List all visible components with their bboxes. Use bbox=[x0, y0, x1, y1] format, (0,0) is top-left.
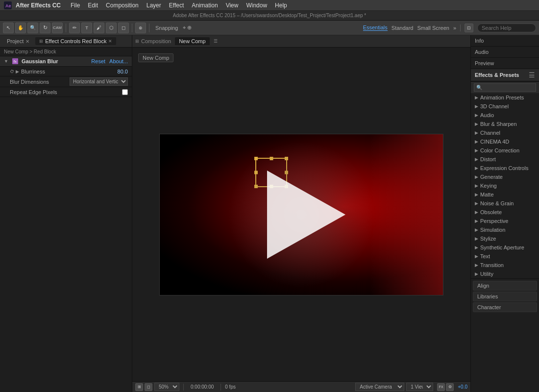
handle-mr[interactable] bbox=[285, 171, 288, 174]
ep-item-distort[interactable]: ▶Distort bbox=[471, 155, 539, 164]
ep-item-matte[interactable]: ▶Matte bbox=[471, 190, 539, 199]
full-screen-icon[interactable]: ⊡ bbox=[465, 24, 473, 32]
effects-presets-menu-icon[interactable]: ☰ bbox=[529, 71, 535, 79]
tool-hand[interactable]: ✋ bbox=[15, 23, 26, 33]
tool-paint[interactable]: 🖌 bbox=[94, 23, 104, 33]
effect-twirl[interactable]: ▼ bbox=[4, 59, 8, 64]
tool-zoom[interactable]: 🔍 bbox=[27, 23, 38, 33]
zoom-select[interactable]: 50% bbox=[154, 383, 179, 391]
tool-cam[interactable]: CAM bbox=[52, 23, 63, 33]
ep-item-simulation[interactable]: ▶Simulation bbox=[471, 225, 539, 234]
comp-bottom-icons: ⊞ ◻ bbox=[135, 383, 152, 391]
menu-file[interactable]: File bbox=[68, 0, 83, 11]
handle-br[interactable] bbox=[285, 185, 288, 188]
ep-item-generate[interactable]: ▶Generate bbox=[471, 172, 539, 181]
effect-header: ▼ fx Gaussian Blur Reset About... bbox=[0, 56, 132, 67]
ep-item-blur-sharpen[interactable]: ▶Blur & Sharpen bbox=[471, 120, 539, 128]
search-icon: 🔍 bbox=[476, 85, 482, 90]
ep-item-noise-grain[interactable]: ▶Noise & Grain bbox=[471, 199, 539, 208]
info-section-header[interactable]: Info bbox=[471, 35, 539, 46]
bottom-bar-sep bbox=[183, 384, 184, 391]
handle-bm[interactable] bbox=[270, 185, 273, 188]
tool-arrow[interactable]: ↖ bbox=[3, 23, 14, 33]
workspace-more[interactable]: » bbox=[453, 25, 456, 31]
workspace-switcher: Essentials Standard Small Screen » ⊡ bbox=[363, 24, 536, 32]
tool-stamp[interactable]: ⬡ bbox=[106, 23, 117, 33]
tool-rotate[interactable]: ↻ bbox=[40, 23, 50, 33]
menu-animation[interactable]: Animation bbox=[189, 0, 220, 11]
effects-list: ▶Animation Presets ▶3D Channel ▶Audio ▶B… bbox=[471, 93, 539, 278]
comp-transparency-icon[interactable]: ◻ bbox=[145, 383, 152, 391]
window-title: Adobe After Effects CC 2015 – /Users/swa… bbox=[173, 13, 366, 18]
audio-section: Audio bbox=[471, 47, 539, 58]
menu-edit[interactable]: Edit bbox=[85, 0, 101, 11]
menu-layer[interactable]: Layer bbox=[144, 0, 164, 11]
ep-item-perspective[interactable]: ▶Perspective bbox=[471, 217, 539, 225]
menu-window[interactable]: Window bbox=[243, 0, 270, 11]
audio-section-header[interactable]: Audio bbox=[471, 47, 539, 57]
ep-item-cinema4d[interactable]: ▶CINEMA 4D bbox=[471, 137, 539, 146]
new-comp-button[interactable]: New Comp bbox=[138, 53, 173, 62]
blur-dimensions-select[interactable]: Horizontal and Vertic bbox=[70, 77, 128, 86]
ep-item-color-correction[interactable]: ▶Color Correction bbox=[471, 146, 539, 155]
handle-tl[interactable] bbox=[254, 157, 258, 160]
fps-display: 0 fps bbox=[225, 384, 236, 390]
ep-item-audio[interactable]: ▶Audio bbox=[471, 111, 539, 120]
views-select[interactable]: 1 View bbox=[406, 383, 433, 391]
ep-item-stylize[interactable]: ▶Stylize bbox=[471, 234, 539, 243]
search-input[interactable] bbox=[477, 24, 536, 32]
handle-bl[interactable] bbox=[254, 185, 258, 188]
ep-item-expression-controls[interactable]: ▶Expression Controls bbox=[471, 164, 539, 172]
libraries-section-header[interactable]: Libraries bbox=[473, 292, 537, 301]
ep-item-text[interactable]: ▶Text bbox=[471, 252, 539, 261]
character-section-header[interactable]: Character bbox=[473, 302, 537, 312]
ep-item-synthetic-aperture[interactable]: ▶Synthetic Aperture bbox=[471, 243, 539, 252]
fast-preview-icon[interactable]: FX bbox=[437, 383, 445, 391]
effect-controls-panel: ▼ fx Gaussian Blur Reset About... ⏱ ▶ Bl… bbox=[0, 56, 132, 392]
ep-item-obsolete[interactable]: ▶Obsolete bbox=[471, 208, 539, 217]
ep-item-animation-presets[interactable]: ▶Animation Presets bbox=[471, 93, 539, 102]
preview-section-header[interactable]: Preview bbox=[471, 58, 539, 69]
handle-tm[interactable] bbox=[270, 157, 273, 160]
menu-help[interactable]: Help bbox=[272, 0, 290, 11]
workspace-standard[interactable]: Standard bbox=[392, 25, 414, 31]
blurriness-stopwatch[interactable]: ⏱ bbox=[10, 69, 14, 74]
comp-grid-icon[interactable]: ⊞ bbox=[135, 383, 143, 391]
toolbar-sep-4 bbox=[460, 24, 461, 31]
menu-view[interactable]: View bbox=[223, 0, 242, 11]
tool-text[interactable]: T bbox=[81, 23, 92, 33]
active-camera-select[interactable]: Active Camera bbox=[355, 383, 404, 391]
tool-shape[interactable]: ◻ bbox=[118, 23, 129, 33]
menu-effect[interactable]: Effect bbox=[166, 0, 187, 11]
tool-puppet[interactable]: ⊕ bbox=[135, 23, 146, 33]
handle-tr[interactable] bbox=[285, 157, 288, 160]
blurriness-label: Blurriness bbox=[21, 69, 118, 74]
tab-effect-controls[interactable]: ⊞ Effect Controls Red Block ✕ bbox=[35, 37, 116, 45]
handle-ml[interactable] bbox=[254, 171, 258, 174]
ep-item-3d-channel[interactable]: ▶3D Channel bbox=[471, 102, 539, 111]
ep-item-transition[interactable]: ▶Transition bbox=[471, 261, 539, 270]
workspace-essentials[interactable]: Essentials bbox=[363, 24, 388, 31]
align-section-header[interactable]: Align bbox=[473, 281, 537, 291]
repeat-edge-checkbox[interactable] bbox=[122, 89, 128, 95]
about-link[interactable]: About... bbox=[109, 58, 128, 64]
menu-composition[interactable]: Composition bbox=[103, 0, 142, 11]
comp-tab-menu[interactable]: ☰ bbox=[214, 39, 218, 44]
comp-tab[interactable]: New Comp bbox=[175, 37, 209, 45]
tab-project[interactable]: Project ✕ bbox=[3, 37, 33, 45]
ep-item-keying[interactable]: ▶Keying bbox=[471, 181, 539, 190]
comp-viewport[interactable]: New Comp bbox=[132, 48, 470, 381]
selection-box[interactable] bbox=[255, 158, 287, 187]
project-tab-close[interactable]: ✕ bbox=[25, 39, 29, 44]
tool-pen[interactable]: ✏ bbox=[69, 23, 80, 33]
reset-link[interactable]: Reset bbox=[91, 58, 105, 64]
comp-canvas bbox=[159, 134, 443, 295]
comp-settings-icon[interactable]: ⚙ bbox=[446, 383, 454, 391]
ep-item-utility[interactable]: ▶Utility bbox=[471, 270, 539, 278]
workspace-small-screen[interactable]: Small Screen bbox=[417, 25, 449, 31]
snapping-extra: ⊕ bbox=[187, 24, 192, 31]
snapping-toggle[interactable]: Snapping bbox=[152, 25, 181, 31]
ep-item-channel[interactable]: ▶Channel bbox=[471, 128, 539, 137]
blurriness-value[interactable]: 80.0 bbox=[118, 69, 128, 74]
render-icons: FX ⚙ bbox=[437, 383, 454, 391]
